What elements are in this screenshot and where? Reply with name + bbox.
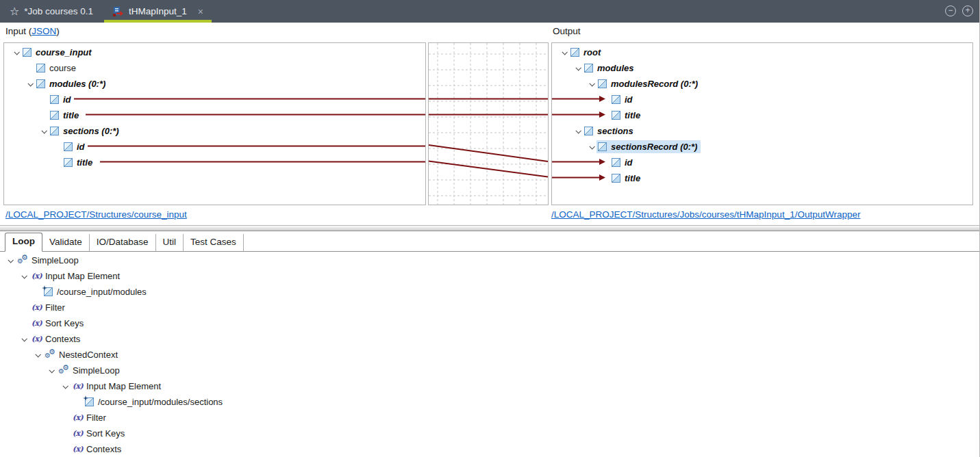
prop-tree-row[interactable]: /course_input/modules — [0, 284, 685, 300]
function-icon: (x) — [30, 270, 43, 283]
node-label: Input Map Element — [45, 271, 120, 281]
node: id — [62, 140, 88, 153]
node-label: Contexts — [86, 444, 121, 454]
prop-tree-row[interactable]: (x)Contexts — [0, 441, 685, 457]
maximize-icon[interactable]: + — [962, 5, 973, 16]
node: modules (0:*) — [35, 77, 109, 90]
transform-grid — [429, 43, 548, 205]
node: title — [610, 109, 644, 122]
tab-job-courses[interactable]: ☆ *Job courses 0.1 — [0, 0, 103, 23]
prop-tree-row[interactable]: /course_input/modules/sections — [0, 394, 685, 410]
output-tree-row[interactable]: id — [552, 92, 972, 107]
node: id — [49, 93, 75, 106]
function-icon: (x) — [71, 443, 84, 456]
prop-tree-row[interactable]: (x)Input Map Element — [0, 268, 685, 284]
prop-tree-row[interactable]: (x)Filter — [0, 300, 685, 315]
function-icon: (x) — [71, 428, 84, 440]
input-tree-row[interactable]: course_input — [4, 44, 425, 60]
node-label: title — [625, 173, 640, 183]
tab-util[interactable]: Util — [156, 234, 184, 251]
tab-thmapinput[interactable]: tHMapInput_1 × — [103, 0, 213, 23]
loop-properties-tree: ⚙⚙SimpleLoop(x)Input Map Element/course_… — [0, 252, 685, 457]
prop-tree-row[interactable]: (x)Sort Keys — [0, 426, 685, 441]
node-label: id — [625, 157, 633, 168]
element-icon — [50, 111, 59, 120]
node: title — [610, 172, 644, 185]
input-tree: course_inputcoursemodules (0:*)idtitlese… — [4, 43, 425, 170]
node-label: course — [49, 63, 76, 73]
output-tree-row[interactable]: title — [552, 107, 972, 123]
minimize-icon[interactable]: − — [945, 5, 956, 16]
node: ⚙⚙SimpleLoop — [56, 363, 123, 378]
output-structure-link[interactable]: /LOCAL_PROJECT/Structures/Jobs/courses/t… — [551, 209, 860, 220]
prop-tree-row[interactable]: (x)Filter — [0, 410, 685, 426]
prop-tree-row[interactable]: ⚙⚙SimpleLoop — [0, 363, 685, 378]
element-icon — [612, 158, 620, 167]
node-label: Sort Keys — [86, 428, 125, 439]
input-header: Input (JSON) — [5, 26, 60, 36]
input-structure-link-row: /LOCAL_PROJECT/Structures/course_input — [5, 209, 187, 220]
tab-test-cases[interactable]: Test Cases — [184, 234, 244, 251]
node-label: id — [625, 94, 633, 105]
prop-tree-row[interactable]: (x)Contexts — [0, 331, 685, 347]
input-json-link[interactable]: JSON — [32, 26, 56, 36]
output-tree-row[interactable]: modulesRecord (0:*) — [552, 76, 972, 92]
close-icon[interactable]: × — [198, 6, 203, 17]
loop-gears-icon: ⚙⚙ — [58, 365, 71, 377]
input-tree-row[interactable]: id — [4, 92, 425, 107]
prop-tree-row[interactable]: ⚙⚙SimpleLoop — [0, 252, 685, 268]
input-tree-row[interactable]: id — [4, 139, 425, 155]
element-icon — [23, 48, 32, 57]
function-icon: (x) — [71, 380, 84, 393]
tab-io-database[interactable]: IO/Database — [90, 234, 156, 251]
output-tree-row[interactable]: sectionsRecord (0:*) — [552, 139, 972, 155]
properties-tab-strip: Loop Validate IO/Database Util Test Case… — [0, 231, 980, 252]
node-label: sections — [597, 126, 633, 136]
function-icon: (x) — [30, 317, 43, 330]
node: /course_input/modules — [42, 285, 150, 298]
node-label: modulesRecord (0:*) — [611, 79, 698, 89]
node-label: Filter — [45, 302, 65, 313]
node: (x)Sort Keys — [70, 426, 128, 441]
output-tree-row[interactable]: sections — [552, 123, 972, 139]
new-element-icon — [44, 287, 53, 296]
input-tree-row[interactable]: modules (0:*) — [4, 76, 425, 92]
node: title — [49, 109, 82, 122]
prop-tree-row[interactable]: ⚙⚙NestedContext — [0, 347, 685, 363]
prop-tree-row[interactable]: (x)Input Map Element — [0, 378, 685, 394]
node: (x)Sort Keys — [29, 316, 87, 331]
element-icon — [612, 174, 620, 183]
node-label: root — [583, 47, 601, 57]
node: (x)Filter — [70, 410, 110, 426]
function-icon: (x) — [71, 412, 84, 424]
mapper-editor-window: ☆ *Job courses 0.1 tHMapInput_1 × − + In… — [0, 0, 980, 457]
output-tree-row[interactable]: modules — [552, 60, 972, 76]
element-icon — [612, 111, 620, 120]
node: (x)Input Map Element — [29, 269, 123, 284]
tab-loop[interactable]: Loop — [5, 233, 42, 252]
node-label: sections (0:*) — [63, 126, 119, 136]
splitter-sash[interactable] — [0, 225, 980, 231]
selected-node: sectionsRecord (0:*) — [596, 140, 701, 153]
node: id — [610, 156, 636, 169]
input-tree-row[interactable]: course — [4, 60, 425, 76]
node-label: Filter — [86, 413, 106, 423]
input-tree-row[interactable]: title — [4, 107, 425, 123]
input-tree-panel: course_inputcoursemodules (0:*)idtitlese… — [3, 42, 426, 205]
output-tree-row[interactable]: root — [552, 44, 972, 60]
output-tree-row[interactable]: id — [552, 155, 972, 170]
output-tree-panel: rootmodulesmodulesRecord (0:*)idtitlesec… — [551, 42, 973, 205]
function-icon: (x) — [30, 333, 43, 345]
node: (x)Contexts — [29, 332, 84, 347]
tab-job-label: *Job courses 0.1 — [24, 6, 93, 16]
node: modules — [583, 62, 637, 75]
node-label: sectionsRecord (0:*) — [611, 142, 697, 152]
node-label: id — [63, 94, 71, 105]
tab-validate[interactable]: Validate — [42, 234, 90, 251]
input-tree-row[interactable]: title — [4, 155, 425, 170]
input-structure-link[interactable]: /LOCAL_PROJECT/Structures/course_input — [5, 209, 187, 220]
input-tree-row[interactable]: sections (0:*) — [4, 123, 425, 139]
prop-tree-row[interactable]: (x)Sort Keys — [0, 315, 685, 331]
node-label: title — [63, 110, 79, 120]
output-tree-row[interactable]: title — [552, 170, 972, 186]
